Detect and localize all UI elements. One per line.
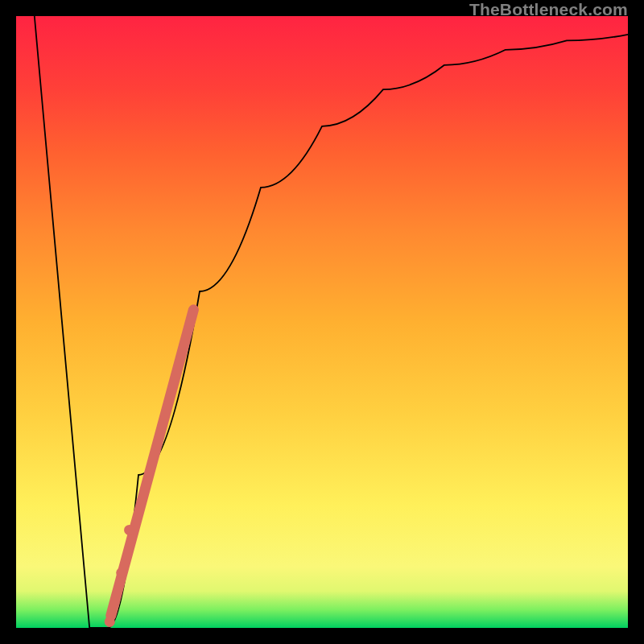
- chart-svg: [16, 16, 628, 628]
- marker-dot: [116, 568, 126, 578]
- line-series: [35, 16, 628, 628]
- marker-group: [105, 310, 194, 627]
- marker-dot: [105, 617, 115, 627]
- chart-container: TheBottleneck.com: [0, 0, 644, 644]
- marker-dot: [124, 525, 134, 535]
- bottleneck-curve: [35, 16, 628, 628]
